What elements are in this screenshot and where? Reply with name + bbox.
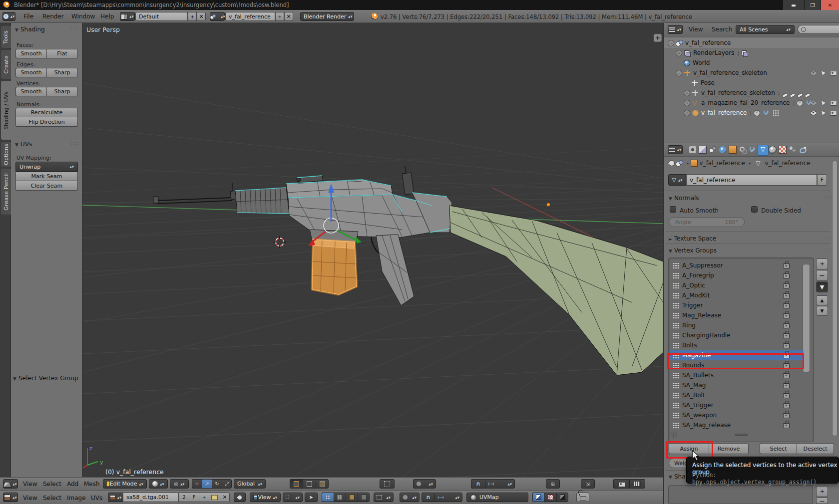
lock-open-icon[interactable]	[783, 343, 790, 348]
image-users-button[interactable]: 2	[179, 493, 189, 502]
deselect-button[interactable]: Deselect	[797, 443, 834, 454]
uv-proportional-dropdown[interactable]: ▲▼	[400, 493, 420, 502]
properties-tab-scene[interactable]	[708, 145, 718, 155]
snap-target-button[interactable]: ⊞	[546, 479, 560, 489]
outliner-item-label[interactable]: RenderLayers	[693, 49, 734, 56]
screen-layout-field[interactable]: Default	[135, 12, 188, 21]
vertex-group-row-sa_bolt[interactable]: SA_Bolt	[670, 390, 804, 400]
panel-grip-icon[interactable]: ::::	[824, 235, 832, 240]
outliner-filter-dropdown[interactable]: All Scenes ▲▼	[736, 25, 795, 34]
snap-toggle-button[interactable]: ∩	[471, 479, 485, 489]
view3d-menu-view[interactable]: View	[23, 481, 37, 488]
manipulator-rotate-button[interactable]: ↻	[212, 479, 222, 489]
manipulator-axes-button[interactable]: ✛	[192, 479, 202, 489]
outliner-item-label[interactable]: a_magazine_fal_20_reference	[701, 99, 790, 106]
proportional-edit-dropdown[interactable]: ▲▼	[413, 479, 436, 489]
properties-tab-render[interactable]	[688, 145, 698, 155]
uv-snap-button[interactable]: ∩	[421, 493, 434, 502]
lock-open-icon[interactable]	[783, 423, 790, 428]
view3d-menu-add[interactable]: Add	[67, 481, 78, 488]
vertex-group-specials-button[interactable]: ▼	[816, 281, 828, 292]
delete-scene-button[interactable]: ✕	[284, 12, 293, 21]
eye-dim-icon[interactable]	[810, 69, 817, 76]
edge-select-mode-button[interactable]	[303, 479, 316, 489]
scene-icon-button[interactable]: ▲▼	[210, 12, 225, 21]
outliner-row[interactable]: +a_magazine_fal_20_reference|	[664, 98, 839, 108]
outliner-row[interactable]: +v_fal_reference|	[664, 108, 839, 118]
mesh-name-field[interactable]: v_fal_reference	[686, 174, 817, 186]
outliner-menu-search[interactable]: Search	[712, 26, 732, 33]
expand-icon[interactable]: +	[684, 90, 690, 96]
uv-menu-select[interactable]: Select	[43, 495, 61, 502]
vertex-group-row-sa_mag_release[interactable]: SA_Mag_release	[670, 420, 804, 430]
vertex-group-row-mag_release[interactable]: Mag_Release	[670, 310, 804, 320]
clear-seam-button[interactable]: Clear Seam	[15, 181, 78, 191]
delete-layout-button[interactable]: ✕	[197, 12, 206, 21]
shelf-tab-shading-uvs[interactable]: Shading / UVs	[1, 81, 11, 140]
vertex-group-row-sa_mag[interactable]: SA_Mag	[670, 380, 804, 390]
add-shape-key-button[interactable]: ＋	[816, 486, 828, 497]
vertex-groups-panel-header[interactable]: ▼Vertex Groups	[669, 247, 717, 254]
breadcrumb-data[interactable]: v_fal_reference	[765, 160, 810, 167]
vertex-group-row-sa_bullets[interactable]: SA_Bullets	[670, 370, 804, 380]
add-row-icon[interactable]: +	[671, 432, 677, 438]
uvmap-selector[interactable]: UVMap	[466, 493, 528, 502]
properties-tab-modifiers[interactable]	[748, 145, 758, 155]
remove-button[interactable]: Remove	[709, 443, 749, 454]
uv-edge-select-button[interactable]	[334, 493, 346, 502]
outliner-row[interactable]: +RenderLayers|	[664, 48, 839, 58]
outliner-item-label[interactable]: World	[693, 59, 710, 66]
vertex-group-row-rounds[interactable]: Rounds	[670, 360, 804, 370]
vertex-group-row-a_optic[interactable]: A_Optic	[670, 280, 804, 290]
faces-flat-button[interactable]: Flat	[46, 49, 78, 58]
vertex-group-row-ring[interactable]: Ring	[670, 320, 804, 330]
properties-tab-texture[interactable]	[778, 145, 788, 155]
lock-open-icon[interactable]	[783, 363, 790, 368]
viewport-3d[interactable]: z y User Persp (0) v_fal_reference	[82, 23, 663, 477]
properties-tab-physics[interactable]	[798, 145, 808, 155]
redo-panel-header[interactable]: ▼Select Vertex Group....	[13, 375, 87, 382]
uv-draw-dash-button[interactable]	[544, 493, 556, 502]
outliner-item-label[interactable]: Pose	[701, 79, 715, 86]
lock-open-icon[interactable]	[783, 313, 790, 318]
lock-open-icon[interactable]	[783, 413, 790, 418]
face-select-mode-button[interactable]	[316, 479, 329, 489]
mesh-browse-button[interactable]: ▽ ▲▼	[668, 174, 686, 186]
vertex-group-row-charginghandle[interactable]: ChargingHandle	[670, 330, 804, 340]
vertex-group-row-magazine[interactable]: Magazine	[670, 350, 804, 360]
remove-shape-key-button[interactable]: −	[816, 498, 828, 504]
unwrap-dropdown[interactable]: Unwrap ▲▼	[15, 162, 78, 172]
lock-open-icon[interactable]	[783, 333, 790, 338]
collapse-icon[interactable]: −	[668, 40, 674, 46]
lock-open-icon[interactable]	[783, 263, 790, 268]
shape-keys-panel-header[interactable]: ▼Sha	[669, 473, 686, 480]
properties-tab-object[interactable]	[728, 145, 738, 155]
minimize-button[interactable]: ▬	[783, 0, 804, 10]
properties-tab-particles[interactable]	[788, 145, 798, 155]
cursor-icon[interactable]	[820, 99, 827, 106]
vertex-group-row-sa_weapon[interactable]: SA_weapon	[670, 410, 804, 420]
outliner-row[interactable]: +v_fal_reference_skeleton|	[664, 88, 839, 98]
vertex-groups-scrollbar[interactable]	[803, 264, 810, 372]
viewport-shading-dropdown[interactable]: ▲▼	[149, 479, 168, 489]
uv-draw-outline-button[interactable]	[532, 493, 544, 502]
outliner-item-label[interactable]: v_fal_reference_skeleton	[693, 69, 767, 76]
orientation-dropdown[interactable]: Global ▲▼	[234, 479, 266, 489]
new-image-button[interactable]: ＋	[199, 493, 209, 502]
menu-window[interactable]: Window	[71, 13, 95, 20]
image-pin-button[interactable]	[234, 493, 246, 502]
lock-open-icon[interactable]	[783, 323, 790, 328]
vertex-select-mode-button[interactable]	[290, 479, 303, 489]
properties-tab-renderlayers[interactable]	[698, 145, 708, 155]
opengl-render-anim-button[interactable]	[629, 479, 645, 489]
uv-face-select-button[interactable]	[346, 493, 358, 502]
shelf-tab-create[interactable]: Create	[1, 50, 11, 79]
close-button[interactable]: ✕	[821, 0, 839, 10]
uv-sync-selection-button[interactable]: ➤	[305, 493, 318, 502]
uv-menu-image[interactable]: Image	[67, 495, 86, 502]
vertex-group-row-a_modkit[interactable]: A_ModKit	[670, 290, 804, 300]
render-engine-dropdown[interactable]: Blender Render ▲▼	[300, 12, 354, 21]
outliner-row[interactable]: World	[664, 58, 839, 68]
angle-slider[interactable]: Angle: 180°	[669, 217, 745, 227]
lock-open-icon[interactable]	[783, 383, 790, 388]
